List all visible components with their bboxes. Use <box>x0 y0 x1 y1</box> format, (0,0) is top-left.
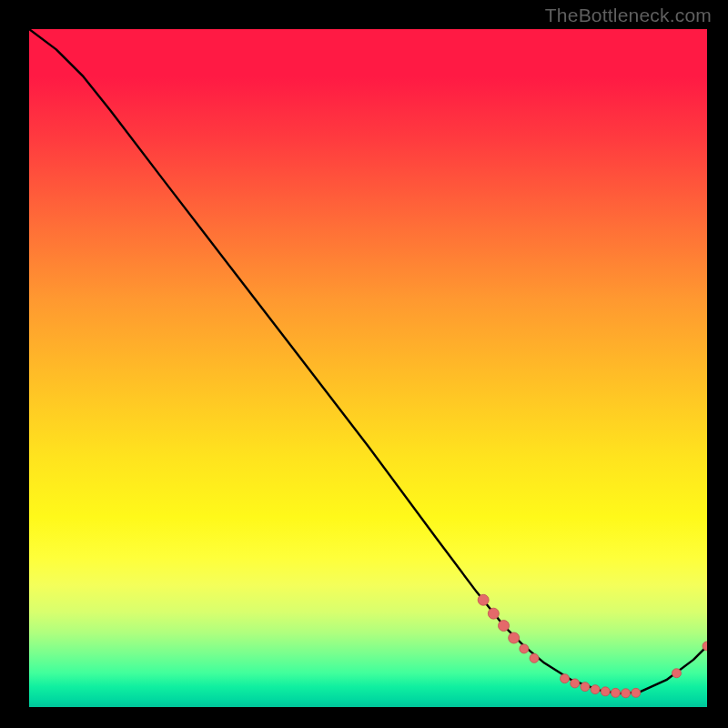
chart-svg <box>29 29 707 707</box>
data-point <box>561 674 570 683</box>
chart-plot-area <box>29 29 707 707</box>
data-point <box>601 687 610 696</box>
data-point <box>591 685 600 694</box>
data-point <box>611 688 620 697</box>
data-point <box>632 688 641 697</box>
curve-line <box>29 29 707 693</box>
data-point <box>478 594 489 605</box>
data-point <box>488 608 499 619</box>
data-point <box>622 689 631 698</box>
watermark-text: TheBottleneck.com <box>545 5 712 26</box>
curve-markers <box>478 594 707 697</box>
data-point <box>520 644 529 653</box>
chart-frame: TheBottleneck.com <box>0 0 728 728</box>
data-point <box>672 669 681 678</box>
data-point <box>571 679 580 688</box>
data-point <box>509 632 520 643</box>
data-point <box>530 653 539 662</box>
data-point <box>581 682 590 692</box>
data-point <box>499 621 510 632</box>
